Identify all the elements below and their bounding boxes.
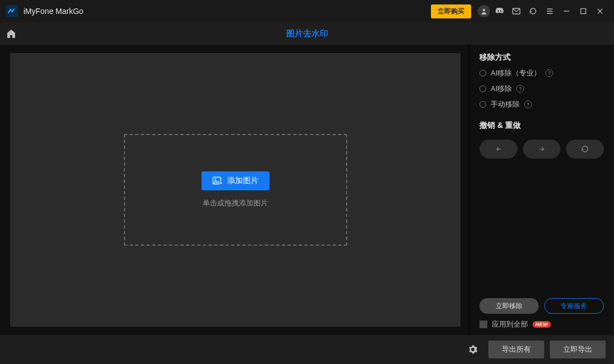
radio-label: 手动移除 <box>491 99 520 109</box>
close-button[interactable] <box>592 3 608 20</box>
mail-icon[interactable] <box>509 4 524 18</box>
export-all-button[interactable]: 导出所有 <box>488 341 544 358</box>
export-now-button[interactable]: 立即导出 <box>550 341 606 358</box>
radio-icon <box>479 70 486 76</box>
discord-icon[interactable] <box>492 4 507 18</box>
svg-rect-2 <box>581 9 586 14</box>
undo-button[interactable] <box>479 140 517 159</box>
image-plus-icon <box>213 176 223 185</box>
account-icon[interactable] <box>478 5 490 17</box>
radio-label: AI移除（专业） <box>491 68 541 78</box>
maximize-button[interactable] <box>575 3 592 20</box>
app-title: iMyFone MarkGo <box>23 7 83 16</box>
removal-method-title: 移除方式 <box>479 52 604 63</box>
title-bar: iMyFone MarkGo 立即购买 <box>0 0 614 22</box>
new-badge: NEW <box>533 321 551 328</box>
radio-manual[interactable]: 手动移除 ? <box>479 99 604 109</box>
help-icon[interactable]: ? <box>516 85 524 93</box>
home-button[interactable] <box>0 22 22 45</box>
dropzone[interactable]: 添加图片 单击或拖拽添加图片 <box>124 134 347 246</box>
buy-now-button[interactable]: 立即购买 <box>431 4 471 18</box>
apply-all-row[interactable]: 应用到全部 NEW <box>479 319 604 329</box>
radio-icon <box>479 85 486 92</box>
settings-button[interactable] <box>465 342 481 357</box>
action-row: 立即移除 专家服务 <box>479 298 604 314</box>
remove-now-button[interactable]: 立即移除 <box>479 298 539 314</box>
canvas-container: 添加图片 单击或拖拽添加图片 <box>0 45 469 335</box>
radio-ai-pro[interactable]: AI移除（专业） ? <box>479 68 604 78</box>
undo-redo-row <box>479 140 604 159</box>
expert-service-button[interactable]: 专家服务 <box>544 298 605 314</box>
minimize-button[interactable] <box>558 3 575 20</box>
main-area: 添加图片 单击或拖拽添加图片 移除方式 AI移除（专业） ? AI移除 ? 手动… <box>0 45 614 335</box>
apply-all-checkbox[interactable] <box>479 320 487 328</box>
radio-label: AI移除 <box>491 84 512 94</box>
image-canvas[interactable]: 添加图片 单击或拖拽添加图片 <box>10 53 461 327</box>
side-panel: 移除方式 AI移除（专业） ? AI移除 ? 手动移除 ? 撤销 & 重做 <box>469 45 614 335</box>
help-icon[interactable]: ? <box>524 100 532 108</box>
reset-button[interactable] <box>566 140 604 159</box>
footer-bar: 导出所有 立即导出 <box>0 335 614 364</box>
svg-point-0 <box>483 9 485 11</box>
add-image-label: 添加图片 <box>227 176 258 186</box>
add-image-button[interactable]: 添加图片 <box>202 171 270 190</box>
page-title: 图片去水印 <box>286 28 328 39</box>
svg-point-4 <box>214 179 216 180</box>
menu-icon[interactable] <box>543 4 557 18</box>
redo-button[interactable] <box>523 140 561 159</box>
radio-icon <box>479 101 486 108</box>
sub-header: 图片去水印 <box>0 22 614 45</box>
apply-all-label: 应用到全部 <box>492 319 528 329</box>
app-logo <box>6 5 18 17</box>
dropzone-hint: 单击或拖拽添加图片 <box>203 198 268 208</box>
refresh-icon[interactable] <box>526 4 540 18</box>
undo-redo-title: 撤销 & 重做 <box>479 121 604 131</box>
radio-ai[interactable]: AI移除 ? <box>479 84 604 94</box>
help-icon[interactable]: ? <box>545 69 553 77</box>
